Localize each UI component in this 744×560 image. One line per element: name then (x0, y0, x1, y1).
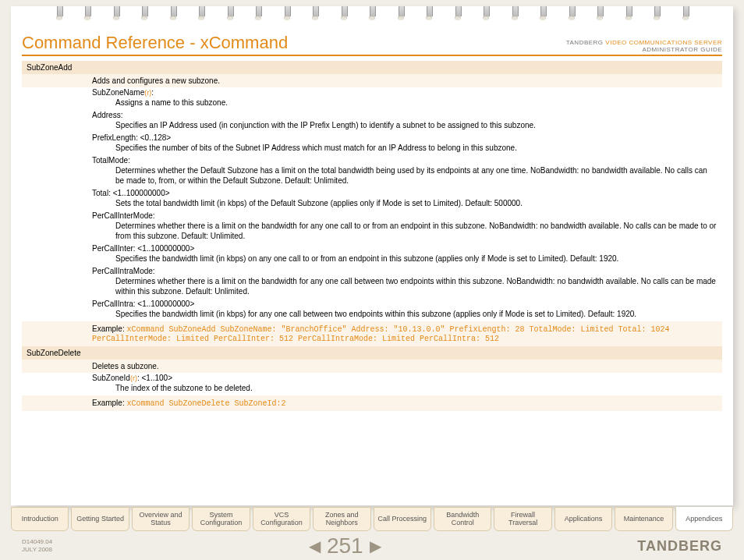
page-navigator: ◀ 251 ▶ (309, 533, 381, 558)
param-row: SubZoneName(r): (22, 87, 722, 97)
param-signature: : (128, 156, 130, 165)
tab-call-processing[interactable]: Call Processing (374, 507, 431, 531)
param-name: Total (92, 189, 108, 197)
example-code: xCommand SubZoneDelete SubZoneId:2 (126, 399, 285, 408)
tab-getting-started[interactable]: Getting Started (71, 507, 129, 531)
tab-applications[interactable]: Applications (554, 507, 612, 531)
tab-vcs-configuration[interactable]: VCS Configuration (253, 507, 310, 531)
tab-introduction[interactable]: Introduction (11, 507, 69, 531)
param-description: Sets the total bandwidth limit (in kbps)… (22, 197, 722, 211)
param-row: PerCallInter: <1..100000000> (22, 243, 722, 253)
page-title: Command Reference - xCommand (22, 33, 288, 53)
prev-page-arrow[interactable]: ◀ (309, 537, 321, 555)
param-signature: : (153, 211, 155, 220)
example-row: Example: xCommand SubZoneDelete SubZoneI… (22, 395, 722, 411)
example-label: Example: (92, 324, 125, 333)
footer-brand: TANDBERG (637, 538, 722, 555)
command-name: SubZoneDelete (22, 346, 722, 360)
commands-list: SubZoneAddAdds and configures a new subz… (22, 61, 722, 411)
param-name: PerCallInter (92, 244, 133, 253)
command-summary: Deletes a subzone. (22, 360, 722, 373)
param-description: The index of the subzone to be deleted. (22, 382, 722, 395)
spiral-binding (11, 6, 733, 27)
param-description: Specifies an IP Address used (in conjunc… (22, 119, 722, 133)
param-signature: : <1..100000000> (108, 189, 169, 197)
bottom-tab-bar: IntroductionGetting StartedOverview and … (11, 507, 733, 531)
param-signature: : (151, 88, 154, 97)
tab-firewall-traversal[interactable]: Firewall Traversal (494, 507, 551, 531)
param-name: Address (92, 111, 121, 119)
param-row: Total: <1..100000000> (22, 188, 722, 197)
param-row: TotalMode: (22, 155, 722, 165)
param-name: TotalMode (92, 156, 128, 165)
param-description: Assigns a name to this subzone. (22, 97, 722, 110)
param-description: Specifies the bandwidth limit (in kbps) … (22, 253, 722, 266)
product-name: VIDEO COMMUNICATIONS SERVER (605, 39, 722, 46)
param-row: PerCallIntraMode: (22, 266, 722, 275)
tab-maintenance[interactable]: Maintenance (615, 507, 672, 531)
param-description: Specifies the number of bits of the Subn… (22, 142, 722, 155)
param-name: PerCallIntra (92, 299, 133, 308)
param-name: PerCallIntraMode (92, 267, 153, 275)
command-summary: Adds and configures a new subzone. (22, 74, 722, 87)
param-signature: : (121, 111, 123, 119)
param-name: PerCallInterMode (92, 211, 153, 220)
guide-label: ADMINISTRATOR GUIDE (642, 46, 722, 53)
param-description: Determines whether the Default Subzone h… (22, 165, 722, 188)
tab-zones-and-neighbors[interactable]: Zones and Neighbors (313, 507, 370, 531)
param-row: PrefixLength: <0..128> (22, 133, 722, 142)
required-marker: (r) (130, 374, 137, 382)
tab-bandwidth-control[interactable]: Bandwidth Control (434, 507, 491, 531)
document-page: Command Reference - xCommand TANDBERG VI… (11, 6, 733, 505)
param-name: SubZoneId (92, 374, 130, 382)
next-page-arrow[interactable]: ▶ (370, 537, 381, 555)
example-code: xCommand SubZoneAdd SubZoneName: "Branch… (92, 325, 670, 343)
tab-overview-and-status[interactable]: Overview and Status (132, 507, 190, 531)
param-row: PerCallIntra: <1..100000000> (22, 299, 722, 308)
command-name: SubZoneAdd (22, 61, 722, 74)
example-label: Example: (92, 399, 125, 407)
param-description: Determines whether there is a limit on t… (22, 275, 722, 299)
param-signature: : <0..128> (136, 133, 171, 142)
param-row: Address: (22, 110, 722, 119)
param-description: Determines whether there is a limit on t… (22, 220, 722, 243)
param-name: SubZoneName (92, 88, 144, 97)
param-signature: : <1..100000000> (133, 299, 194, 308)
required-marker: (r) (144, 89, 151, 97)
doc-date: JULY 2008 (22, 546, 52, 553)
param-name: PrefixLength (92, 133, 136, 142)
page-number: 251 (327, 533, 363, 558)
param-row: SubZoneId(r): <1..100> (22, 373, 722, 382)
doc-info: D14049.04 JULY 2008 (22, 538, 52, 553)
page-footer: D14049.04 JULY 2008 ◀ 251 ▶ TANDBERG (22, 533, 722, 558)
tab-appendices[interactable]: Appendices (675, 507, 733, 531)
param-description: Specifies the bandwidth limit (in kbps) … (22, 308, 722, 321)
doc-id: D14049.04 (22, 538, 52, 545)
param-signature: : <1..100> (137, 374, 172, 382)
param-signature: : <1..100000000> (133, 244, 194, 253)
tab-system-configuration[interactable]: System Configuration (192, 507, 250, 531)
param-row: PerCallInterMode: (22, 211, 722, 220)
param-signature: : (153, 267, 155, 275)
header-branding: TANDBERG VIDEO COMMUNICATIONS SERVER ADM… (566, 39, 722, 53)
brand-small: TANDBERG (566, 39, 604, 46)
example-row: Example: xCommand SubZoneAdd SubZoneName… (22, 321, 722, 346)
